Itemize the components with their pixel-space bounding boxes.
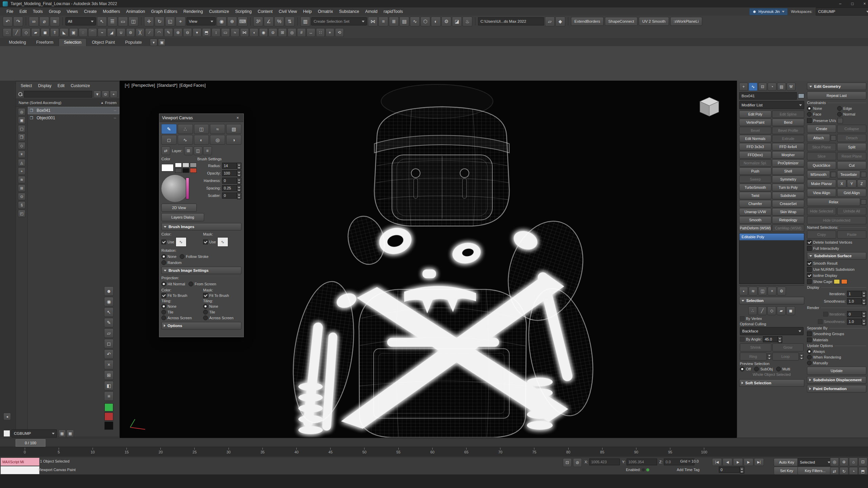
modifier-button[interactable]: Subdivide xyxy=(772,192,804,199)
grid-align-button[interactable]: Grid Align xyxy=(837,189,866,197)
timeline-tick[interactable]: 35 xyxy=(258,448,267,454)
modifier-button[interactable]: Shell xyxy=(772,167,804,175)
menu-item[interactable]: Ornatrix xyxy=(315,8,336,15)
next-frame-button[interactable]: ▶ xyxy=(744,458,753,466)
render-smoothness-checkbox[interactable] xyxy=(818,319,823,324)
select-cursor-icon[interactable]: ↖ xyxy=(104,307,114,317)
target-weld-icon[interactable]: ⊚ xyxy=(126,28,135,37)
zoom-tool-icon[interactable]: ◎ xyxy=(210,135,225,145)
edge-subobject-icon[interactable]: ╱ xyxy=(758,306,767,315)
timeline-tick[interactable]: 5 xyxy=(54,448,63,454)
grow-button[interactable]: Grow xyxy=(772,343,804,351)
explorer-groups-filter-icon[interactable]: ⊞ xyxy=(18,184,25,192)
layer-options-icon[interactable]: ≡ xyxy=(203,146,212,155)
make-planar-tool-icon[interactable]: ▭ xyxy=(221,28,230,37)
modifier-button[interactable]: CamMap (WSM) xyxy=(772,224,804,232)
ribbon-tab[interactable]: Freeform xyxy=(32,39,58,46)
dialog-title-bar[interactable]: Viewport Canvas × xyxy=(159,114,243,122)
frozen-cell[interactable]: – xyxy=(113,116,117,120)
menu-item[interactable]: Scripting xyxy=(232,8,255,15)
previous-frame-button[interactable]: ◀ xyxy=(723,458,732,466)
show-end-result-icon[interactable]: ≋ xyxy=(749,287,757,296)
rollout-soft-selection[interactable]: Soft Selection xyxy=(739,379,804,387)
set-key-button[interactable]: Set Key xyxy=(774,467,800,475)
custom-script-button[interactable]: :sWorkPlaneLi xyxy=(670,17,702,26)
msmooth-button[interactable]: MSmooth xyxy=(807,170,830,179)
explorer-lock-icon[interactable]: ⊙ xyxy=(102,90,109,98)
eraser-icon[interactable]: ◻ xyxy=(104,339,114,348)
window-crossing-icon[interactable]: ◫ xyxy=(129,17,138,26)
workspace-select[interactable]: CGBUMP xyxy=(816,7,868,16)
display-tab-icon[interactable]: ▤ xyxy=(777,83,786,91)
preview-radio[interactable]: SubObj xyxy=(754,367,773,371)
pan-tool-icon[interactable]: ⇄ xyxy=(161,146,170,155)
menu-item[interactable]: rapidTools xyxy=(380,8,406,15)
menu-item[interactable]: Substance xyxy=(336,8,362,15)
brush-falloff-slider[interactable] xyxy=(186,178,189,199)
modifier-button[interactable]: Smooth xyxy=(739,216,771,224)
xview-icon[interactable]: # xyxy=(297,28,306,37)
explorer-none-filter-icon[interactable]: ▢ xyxy=(18,125,25,133)
selection-set-field[interactable]: CGBUMP xyxy=(12,429,57,438)
select-by-name-icon[interactable]: ☰ xyxy=(107,17,117,26)
by-angle-spinner[interactable]: 45.0 xyxy=(763,336,782,342)
menu-item[interactable]: Edit xyxy=(16,8,30,15)
tiling-radio[interactable]: None xyxy=(161,304,200,309)
timeline-tick[interactable]: 65 xyxy=(462,448,471,454)
extrude-icon[interactable]: ⇑ xyxy=(50,28,59,37)
paste-button[interactable]: Paste xyxy=(837,230,866,239)
menu-item[interactable]: Arnold xyxy=(362,8,380,15)
explorer-select-set-icon[interactable]: ▣ xyxy=(18,117,25,124)
clone-stamp-tool-icon[interactable]: ◫ xyxy=(194,124,209,134)
timeline-tick[interactable]: 10 xyxy=(88,448,97,454)
mirror-icon[interactable]: ⋈ xyxy=(368,17,378,26)
update-option-radio[interactable]: Always xyxy=(807,349,866,354)
list-items-icon[interactable]: ≡ xyxy=(104,391,114,401)
rollout-brush-images[interactable]: Brush Images xyxy=(161,223,241,230)
burn-tool-icon[interactable]: ◑ xyxy=(226,135,241,145)
palette-slot-icon[interactable]: ▦ xyxy=(66,430,74,437)
explorer-shapes-filter-icon[interactable]: ◇ xyxy=(18,142,25,149)
by-vertex-checkbox[interactable] xyxy=(740,316,745,321)
coordinate-field[interactable]: 1005.423 xyxy=(589,459,620,465)
minimize-button[interactable]: – xyxy=(834,0,846,7)
update-option-radio[interactable]: Manually xyxy=(807,361,866,365)
column-header-frozen[interactable]: Frozen xyxy=(105,101,117,105)
brush-preview[interactable] xyxy=(161,175,189,202)
cut-button[interactable]: Cut xyxy=(837,161,866,169)
explorer-filter-icon[interactable]: ▼ xyxy=(94,90,101,98)
swatch-gray[interactable] xyxy=(190,163,197,167)
constraint-radio[interactable]: None xyxy=(807,106,836,111)
modifier-button[interactable]: Chamfer xyxy=(739,200,771,207)
timeline-tick[interactable]: 95 xyxy=(666,448,675,454)
swatch-light[interactable] xyxy=(182,163,189,167)
cage-selected-color-swatch[interactable] xyxy=(841,279,847,284)
frozen-cell[interactable]: – xyxy=(113,108,117,113)
fill-rect-tool-icon[interactable]: ▧ xyxy=(226,124,241,134)
custom-script-button[interactable]: UV 2 Smooth xyxy=(639,17,669,26)
timeline-tick[interactable]: 20 xyxy=(156,448,165,454)
select-and-place-icon[interactable]: ⌖ xyxy=(176,17,185,26)
swatch-red[interactable] xyxy=(190,168,197,173)
modifier-button[interactable]: TurboSmooth xyxy=(739,184,771,191)
turbosmooth-icon[interactable]: ◉ xyxy=(259,28,268,37)
rollout-edit-geometry[interactable]: Edit Geometry xyxy=(807,83,866,90)
zoom-all-icon[interactable]: ⊕ xyxy=(840,458,848,466)
view-align-button[interactable]: View Align xyxy=(807,189,836,197)
timeline-tick[interactable]: 15 xyxy=(122,448,131,454)
timeline-tick[interactable]: 40 xyxy=(292,448,301,454)
render-iterations-spinner[interactable]: 0 xyxy=(847,311,866,317)
tessellate-button[interactable]: Tessellate xyxy=(837,170,860,179)
color-palette-icon[interactable]: ◧ xyxy=(104,381,114,390)
blur-tool-icon[interactable]: ≈ xyxy=(210,124,225,134)
planar-z-button[interactable]: Z xyxy=(857,180,866,188)
menu-item[interactable]: Graph Editors xyxy=(148,8,180,15)
percent-snap-icon[interactable]: % xyxy=(274,17,284,26)
explorer-helpers-filter-icon[interactable]: + xyxy=(18,167,25,175)
snaps-toggle-icon[interactable]: 3³ xyxy=(253,17,263,26)
ribbon-toggle-icon[interactable]: ▤ xyxy=(399,17,409,26)
constraint-radio[interactable]: Edge xyxy=(837,106,866,111)
render-setup-icon[interactable]: ⚙ xyxy=(441,17,451,26)
preserve-uvs-settings-button[interactable] xyxy=(837,118,843,123)
project-path-field[interactable]: C:\Users\UI...ds Max 2022 xyxy=(478,17,544,25)
